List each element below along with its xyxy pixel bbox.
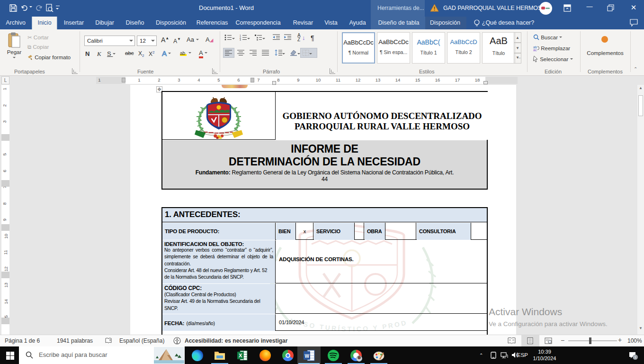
table-column-marker2[interactable] [250, 78, 254, 82]
superscript-button[interactable]: X2 [149, 50, 154, 57]
select-button[interactable]: Seleccionar [533, 56, 573, 62]
option-obra-value[interactable] [386, 223, 416, 240]
right-indent-marker[interactable] [483, 81, 488, 84]
borders-button[interactable] [302, 50, 312, 57]
print-layout-button[interactable] [527, 337, 534, 344]
tell-me-box[interactable]: ¿Qué desea hacer? [482, 17, 535, 29]
zoom-in-button[interactable]: + [618, 336, 622, 344]
tab-revisar[interactable]: Revisar [293, 17, 313, 29]
horizontal-ruler[interactable]: 1234567891011121314151617181 [96, 77, 518, 84]
tab-vista[interactable]: Vista [324, 17, 338, 29]
page-indicator[interactable]: Página 1 de 6 [5, 337, 40, 344]
clipboard-dialog-launcher[interactable] [72, 68, 78, 74]
search-highlight-image[interactable] [154, 347, 184, 364]
clear-formatting-button[interactable]: A◢ [206, 36, 213, 43]
tab-ayuda[interactable]: Ayuda [349, 17, 366, 29]
numbering-button[interactable]: 123 [240, 34, 250, 42]
taskbar-excel-icon[interactable]: X [237, 350, 248, 361]
grow-font-button[interactable]: A▲ [161, 36, 169, 44]
underline-button[interactable]: S [107, 50, 116, 57]
font-color-button[interactable]: A [199, 49, 207, 58]
tab-archivo[interactable]: Archivo [6, 17, 26, 29]
identificacion-value[interactable]: ADQUISICIÓN DE CORTINAS. [276, 256, 354, 262]
read-mode-button[interactable] [508, 337, 516, 344]
word-count[interactable]: 1941 palabras [57, 337, 93, 344]
shading-button[interactable] [290, 50, 300, 57]
tab-selector[interactable]: L [1, 76, 9, 84]
tab-inicio[interactable]: Inicio [32, 17, 57, 29]
start-button[interactable] [6, 352, 14, 360]
font-dialog-launcher[interactable] [212, 68, 218, 74]
change-case-button[interactable]: Aa [187, 36, 199, 43]
taskbar-chrome-profile-icon[interactable] [350, 350, 362, 361]
fecha-value[interactable]: 01/10/2024 [276, 314, 304, 331]
close-button[interactable]: ✕ [629, 3, 638, 12]
restore-button[interactable] [607, 4, 614, 11]
page[interactable]: ✥ E HERMOSO TURÍSTICO Y PRODUCTIVO [130, 85, 516, 335]
justify-button[interactable] [262, 50, 269, 57]
align-center-button[interactable] [237, 50, 244, 57]
taskbar-spotify-icon[interactable] [328, 350, 339, 361]
zoom-level[interactable]: 100% [627, 337, 642, 344]
undo-icon[interactable] [21, 4, 28, 12]
addins-button[interactable]: Complementos [585, 50, 625, 56]
zoom-slider-thumb[interactable] [589, 337, 591, 344]
vertical-ruler[interactable]: 123456789101112131415 [1, 85, 9, 335]
ribbon-display-options-icon[interactable] [564, 4, 571, 12]
accessibility-status[interactable]: Accesibilidad: es necesario investigar [185, 337, 287, 344]
cut-button[interactable]: ✂ Cortar [27, 34, 49, 41]
replace-button[interactable]: abac Reemplazar [533, 45, 570, 51]
font-size-combobox[interactable]: 12 [137, 36, 157, 46]
style-no-spacing[interactable]: AaBbCcDc¶ Sin espa... [377, 32, 410, 64]
shrink-font-button[interactable]: A▼ [173, 37, 181, 45]
tab-insertar[interactable]: Insertar [64, 17, 84, 29]
format-painter-button[interactable]: Copiar formato [27, 55, 71, 60]
tab-disposicion-tabla[interactable]: Disposición [430, 17, 460, 29]
tab-diseno-de-tabla[interactable]: Diseño de tabla [378, 17, 420, 29]
decrease-indent-button[interactable] [273, 34, 280, 42]
save-icon[interactable] [9, 4, 17, 12]
minimize-button[interactable]: — [585, 3, 594, 10]
indent-marker[interactable] [272, 81, 276, 85]
taskbar-firefox-icon[interactable] [259, 350, 271, 361]
vertical-scrollbar[interactable]: ▲ ▼ [637, 85, 644, 335]
tab-dibujar[interactable]: Dibujar [95, 17, 114, 29]
table-column-marker[interactable] [122, 78, 125, 82]
tray-network-icon[interactable] [501, 352, 508, 358]
addins-icon[interactable] [601, 36, 608, 43]
taskbar-edge-icon[interactable] [192, 350, 203, 361]
tab-diseno[interactable]: Diseño [126, 17, 144, 29]
accessibility-icon[interactable] [173, 337, 181, 345]
line-spacing-button[interactable] [275, 50, 285, 57]
taskbar-chrome-icon[interactable] [282, 350, 294, 361]
print-preview-icon[interactable] [45, 4, 54, 12]
highlight-button[interactable]: ab [180, 49, 191, 56]
warning-icon[interactable] [430, 4, 439, 12]
align-left-button[interactable] [225, 50, 232, 57]
collapse-ribbon-button[interactable]: ⌃ [634, 66, 637, 72]
comment-icon[interactable] [630, 19, 638, 27]
redo-icon[interactable] [35, 4, 43, 12]
sort-button[interactable]: AZ [297, 33, 301, 42]
pilcrow-button[interactable]: ¶ [311, 34, 314, 42]
tab-correspondencia[interactable]: Correspondencia [235, 17, 280, 29]
scroll-thumb[interactable] [638, 95, 643, 116]
paste-button[interactable]: Pegar [4, 32, 25, 65]
font-family-combobox[interactable]: Calibri [84, 36, 135, 46]
style-heading2[interactable]: AaBbCcDTítulo 2 [447, 32, 480, 64]
bold-button[interactable]: N [85, 50, 89, 57]
find-button[interactable]: Buscar [533, 34, 562, 40]
tray-time[interactable]: 10:39 [531, 349, 558, 355]
proofing-icon[interactable] [105, 337, 112, 344]
tab-referencias[interactable]: Referencias [197, 17, 228, 29]
language-indicator[interactable]: Español (España) [119, 337, 164, 344]
style-title[interactable]: AaBTítulo [482, 32, 515, 64]
style-normal[interactable]: AaBbCcDc¶ Normal [342, 32, 375, 64]
avatar[interactable] [539, 2, 552, 15]
styles-more[interactable]: ▼̶ [514, 53, 521, 64]
strikethrough-button[interactable]: abc [125, 50, 134, 56]
multilevel-list-button[interactable] [255, 34, 265, 42]
subscript-button[interactable]: X2 [138, 50, 144, 58]
taskbar-explorer-icon[interactable] [214, 350, 225, 361]
text-effects-button[interactable]: A [162, 49, 171, 57]
